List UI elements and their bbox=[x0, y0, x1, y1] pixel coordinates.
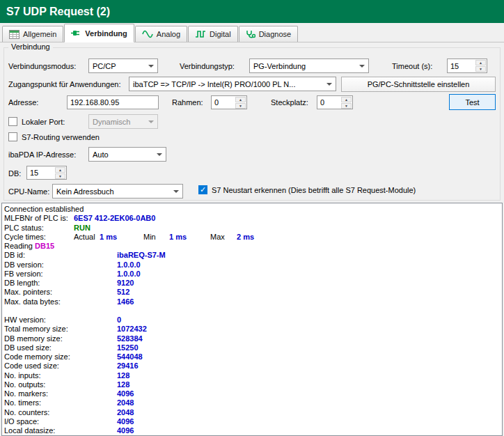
console-line: Code used size:29416 bbox=[4, 361, 502, 371]
console-segment: Code memory size: bbox=[4, 352, 117, 361]
chevron-down-icon bbox=[359, 65, 365, 68]
console-segment: Connection established bbox=[4, 205, 84, 214]
combo-value: Auto bbox=[93, 150, 121, 159]
console-segment: FB version: bbox=[4, 270, 117, 279]
checkbox-checked-icon: ✓ bbox=[198, 185, 207, 194]
console-line: Max. pointers:512 bbox=[4, 288, 502, 297]
spin-up-icon[interactable]: ▲ bbox=[235, 97, 246, 102]
tab-analog[interactable]: Analog bbox=[135, 26, 187, 42]
console-line: I/O space:4096 bbox=[4, 417, 502, 426]
slot-spinner[interactable]: 0 ▲ ▼ bbox=[317, 95, 353, 109]
tab-label: Allgemein bbox=[23, 30, 56, 38]
checkbox-unchecked-icon bbox=[8, 132, 17, 141]
tab-verbindung[interactable]: Verbindung bbox=[64, 24, 134, 42]
chevron-down-icon bbox=[157, 153, 162, 156]
checkbox-unchecked-icon bbox=[8, 117, 17, 126]
console-segment: 1.0.0.0 bbox=[117, 260, 141, 270]
spin-down-icon[interactable]: ▼ bbox=[55, 173, 65, 179]
console-segment: DB memory size: bbox=[4, 334, 117, 343]
console-segment: 1466 bbox=[117, 297, 134, 306]
spin-down-icon[interactable]: ▼ bbox=[341, 103, 352, 109]
console-segment: 15250 bbox=[117, 343, 139, 352]
console-line: Total memory size:1072432 bbox=[4, 325, 502, 334]
button-label: PG/PC-Schnittstelle einstellen bbox=[368, 80, 470, 88]
tab-label: Verbindung bbox=[85, 29, 127, 38]
console-segment: 1.0.0.0 bbox=[117, 270, 141, 279]
console-line: DB length:9120 bbox=[4, 279, 502, 288]
cpu-name-select[interactable]: Kein Adressbuch bbox=[52, 184, 183, 198]
tab-diagnose[interactable]: Diagnose bbox=[239, 26, 298, 42]
console-segment: RUN bbox=[74, 224, 90, 233]
console-segment: 512 bbox=[117, 288, 129, 297]
console-segment: 4096 bbox=[117, 426, 134, 435]
tab-strip: Allgemein Verbindung Analog Digital Diag… bbox=[0, 24, 504, 42]
console-segment: DB used size: bbox=[4, 343, 117, 352]
page-title: S7 UDP Request (2) bbox=[0, 0, 504, 23]
s7-restart-checkbox[interactable]: ✓ S7 Neustart erkennen (Dies betrifft al… bbox=[198, 185, 416, 194]
tab-digital[interactable]: Digital bbox=[188, 26, 238, 42]
spin-up-icon[interactable]: ▲ bbox=[341, 97, 352, 102]
spinner-buttons: ▲ ▼ bbox=[341, 97, 352, 108]
spinner-buttons: ▲ ▼ bbox=[235, 97, 246, 108]
console-line: DB version:1.0.0.0 bbox=[4, 260, 502, 270]
combo-value: PC/CP bbox=[93, 62, 129, 70]
s7-routing-checkbox[interactable]: S7-Routing verwenden bbox=[8, 132, 100, 141]
console-segment: Max. pointers: bbox=[4, 288, 117, 297]
diagnose-icon bbox=[246, 30, 255, 39]
combo-value: ibaTCP => TCP/IP -> Intel(R) PRO/1000 PL… bbox=[133, 80, 308, 88]
console-segment: MLFBNr of PLC is: bbox=[4, 214, 74, 223]
spin-down-icon[interactable]: ▼ bbox=[235, 103, 246, 109]
spinner-value: 15 bbox=[450, 62, 459, 70]
spin-down-icon[interactable]: ▼ bbox=[475, 66, 486, 72]
connection-mode-label: Verbindungsmodus: bbox=[8, 62, 76, 70]
console-segment: 2 ms bbox=[237, 233, 254, 242]
checkbox-label: S7-Routing verwenden bbox=[22, 133, 100, 141]
local-port-select: Dynamisch bbox=[88, 114, 158, 129]
spin-up-icon[interactable]: ▲ bbox=[55, 167, 65, 173]
digital-wave-icon bbox=[195, 30, 206, 38]
tab-allgemein[interactable]: Allgemein bbox=[2, 26, 63, 42]
ibapda-ip-select[interactable]: Auto bbox=[88, 147, 166, 162]
spinner-value: 15 bbox=[30, 169, 38, 177]
console-segment: Min bbox=[143, 233, 169, 242]
console-line: No. timers:2048 bbox=[4, 398, 502, 407]
combo-value: Dynamisch bbox=[93, 118, 143, 126]
console-segment: 0 bbox=[117, 316, 121, 325]
analog-wave-icon bbox=[142, 30, 153, 38]
ibapda-ip-label: ibaPDA IP-Adresse: bbox=[8, 150, 76, 159]
console-segment: Max bbox=[210, 233, 237, 242]
test-button[interactable]: Test bbox=[449, 94, 496, 110]
console-segment: Total memory size: bbox=[4, 325, 117, 334]
local-port-checkbox[interactable]: Lokaler Port: bbox=[8, 117, 65, 126]
console-segment: Actual bbox=[74, 233, 100, 242]
address-input[interactable] bbox=[67, 95, 159, 109]
tab-label: Diagnose bbox=[259, 30, 291, 38]
console-line: Reading DB15 bbox=[4, 242, 502, 251]
console-line: DB memory size:528384 bbox=[4, 334, 502, 343]
access-point-select[interactable]: ibaTCP => TCP/IP -> Intel(R) PRO/1000 PL… bbox=[129, 77, 336, 91]
console-log[interactable]: Connection establishedMLFBNr of PLC is:6… bbox=[1, 203, 503, 436]
pgpc-settings-button[interactable]: PG/PC-Schnittstelle einstellen bbox=[341, 77, 496, 92]
console-line: Code memory size:544048 bbox=[4, 352, 502, 361]
spinner-buttons: ▲ ▼ bbox=[475, 60, 486, 72]
chevron-down-icon bbox=[148, 65, 154, 68]
connection-type-select[interactable]: PG-Verbindung bbox=[249, 59, 369, 73]
console-line: Max. data bytes:1466 bbox=[4, 297, 502, 306]
connection-type-label: Verbindungstyp: bbox=[180, 62, 235, 70]
slot-label: Steckplatz: bbox=[271, 98, 308, 107]
console-line: Connection established bbox=[4, 205, 502, 214]
timeout-spinner[interactable]: 15 ▲ ▼ bbox=[447, 59, 487, 73]
combo-value: PG-Verbindung bbox=[253, 62, 318, 70]
console-line: PLC status:RUN bbox=[4, 224, 502, 233]
checkbox-label: Lokaler Port: bbox=[22, 118, 65, 126]
console-segment: Cycle times: bbox=[4, 233, 74, 242]
rack-label: Rahmen: bbox=[172, 98, 203, 107]
connection-mode-select[interactable]: PC/CP bbox=[88, 59, 158, 73]
rack-spinner[interactable]: 0 ▲ ▼ bbox=[211, 95, 247, 109]
console-segment: 1 ms bbox=[100, 233, 143, 242]
db-spinner[interactable]: 15 ▲ ▼ bbox=[26, 166, 67, 180]
console-segment: Local datasize: bbox=[4, 426, 117, 435]
spin-up-icon[interactable]: ▲ bbox=[475, 60, 486, 65]
console-line: HW version:0 bbox=[4, 316, 502, 325]
console-segment: 1 ms bbox=[169, 233, 210, 242]
